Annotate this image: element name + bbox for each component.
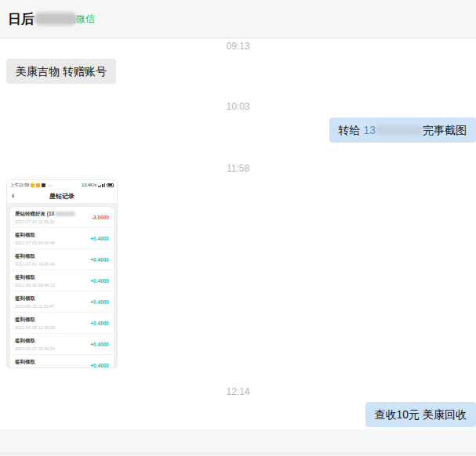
record-date: 2022-06-30 09:49:21 xyxy=(15,283,55,288)
phone-number-redaction xyxy=(376,125,422,135)
timestamp: 10:03 xyxy=(226,101,249,112)
app-badge-icon xyxy=(36,183,40,187)
signal-icon xyxy=(98,183,105,187)
sent-message-bubble[interactable]: 转给 13完事截图 xyxy=(329,118,476,143)
contact-title: 日后 的微信 xyxy=(8,10,95,28)
timestamp: 11:58 xyxy=(227,163,249,174)
record-amount: +0.4000 xyxy=(90,320,109,326)
sent-message-bubble[interactable]: 查收10元 美康回收 xyxy=(365,402,476,427)
record-amount: +0.4000 xyxy=(90,299,109,305)
record-info: 签到领取2022-06-30 09:49:21 xyxy=(15,274,55,288)
message-text-prefix: 转给 xyxy=(339,124,364,136)
app-badge-icon xyxy=(31,183,35,187)
timestamp: 12:14 xyxy=(226,386,249,397)
record-date: 2022-06-28 12:59:53 xyxy=(15,325,55,330)
status-right: 13.4K/s xyxy=(82,183,114,187)
record-row: 签到领取2022-07-01 10:06:40+0.4000 xyxy=(10,249,114,270)
record-title: 星钻转赠好友 (13 xyxy=(15,211,75,218)
record-title: 签到领取 xyxy=(15,338,55,345)
more-dots-icon: ⋯ xyxy=(47,183,52,188)
record-row: 签到领取2022-06-27 11:34:24+0.4000 xyxy=(10,334,114,355)
record-info: 签到领取2022-06-27 11:34:24 xyxy=(15,338,55,351)
record-date: 2022-06-26 13:16:19 xyxy=(15,367,55,369)
record-row: 签到领取2022-07-02 09:09:48+0.4000 xyxy=(10,228,114,249)
record-info: 签到领取2022-07-01 10:06:40 xyxy=(15,253,55,266)
record-row: 签到领取2022-06-26 13:16:19+0.4000 xyxy=(10,355,114,368)
record-title: 签到领取 xyxy=(15,232,55,239)
record-amount: +0.4000 xyxy=(90,257,109,262)
record-date: 2022-06-29 11:53:47 xyxy=(15,304,55,309)
contact-name-visible: 日后 xyxy=(8,10,35,28)
record-amount: +0.4000 xyxy=(90,342,109,347)
record-date: 2022-07-02 09:09:48 xyxy=(15,241,55,245)
message-text-suffix: 完事截图 xyxy=(423,124,467,136)
status-time: 上午11:56 xyxy=(10,183,29,188)
chat-header: 日后 的微信 xyxy=(0,0,476,38)
record-row: 星钻转赠好友 (132022-07-02 11:56:30-3.0000 xyxy=(10,207,114,228)
record-amount: +0.4000 xyxy=(90,278,109,284)
record-date: 2022-07-01 10:06:40 xyxy=(15,262,55,266)
app-badge-icon xyxy=(42,183,45,187)
timestamp: 09:13 xyxy=(226,41,249,52)
received-message-bubble[interactable]: 美康吉物 转赠账号 xyxy=(6,59,116,84)
record-title: 签到领取 xyxy=(15,295,55,302)
phone-status-bar: 上午11:56⋯13.4K/s xyxy=(7,180,117,190)
record-title: 签到领取 xyxy=(15,317,55,324)
record-info: 签到领取2022-06-29 11:53:47 xyxy=(15,295,55,309)
phone-page-title: 星钻记录 xyxy=(49,192,74,201)
chat-window: 日后 的微信 09:13美康吉物 转赠账号10:03转给 13完事截图11:58… xyxy=(0,0,476,456)
back-chevron-icon: ‹ xyxy=(12,191,14,200)
net-speed: 13.4K/s xyxy=(82,183,96,187)
record-row: 签到领取2022-06-30 09:49:21+0.4000 xyxy=(10,270,114,291)
record-amount: +0.4000 xyxy=(90,363,109,368)
record-row: 签到领取2022-06-28 12:59:53+0.4000 xyxy=(10,313,114,334)
records-card: 星钻转赠好友 (132022-07-02 11:56:30-3.0000签到领取… xyxy=(10,207,114,368)
phone-nav-bar: ‹星钻记录 xyxy=(7,190,117,204)
record-amount: +0.4000 xyxy=(90,236,109,241)
record-date: 2022-07-02 11:56:30 xyxy=(15,219,75,224)
record-amount: -3.0000 xyxy=(92,215,109,220)
phone-body: 星钻转赠好友 (132022-07-02 11:56:30-3.0000签到领取… xyxy=(7,204,117,367)
record-title: 签到领取 xyxy=(15,274,55,281)
record-title: 签到领取 xyxy=(15,253,55,260)
input-area-strip[interactable] xyxy=(0,429,476,454)
record-title-redaction xyxy=(55,212,75,216)
status-left: 上午11:56⋯ xyxy=(10,183,52,188)
phone-number-link[interactable]: 13 xyxy=(363,124,376,136)
record-date: 2022-06-27 11:34:24 xyxy=(15,346,55,351)
image-message-thumbnail[interactable]: 上午11:56⋯13.4K/s‹星钻记录星钻转赠好友 (132022-07-02… xyxy=(6,179,118,368)
record-info: 签到领取2022-06-26 13:16:19 xyxy=(15,359,55,369)
record-row: 签到领取2022-06-29 11:53:47+0.4000 xyxy=(10,291,114,313)
message-list[interactable]: 09:13美康吉物 转赠账号10:03转给 13完事截图11:58上午11:56… xyxy=(0,39,476,429)
contact-name-redaction xyxy=(35,13,77,25)
record-title: 签到领取 xyxy=(15,359,55,366)
record-info: 签到领取2022-07-02 09:09:48 xyxy=(15,232,55,245)
record-info: 星钻转赠好友 (132022-07-02 11:56:30 xyxy=(15,211,75,224)
battery-icon xyxy=(107,183,114,187)
record-info: 签到领取2022-06-28 12:59:53 xyxy=(15,317,55,330)
